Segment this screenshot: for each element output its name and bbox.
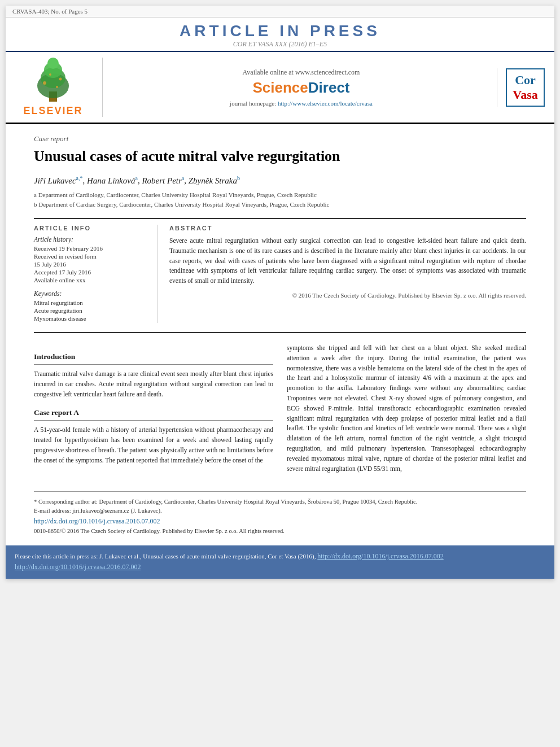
affiliations: a Department of Cardiology, Cardiocenter… [34, 190, 526, 210]
footnotes: * Corresponding author at: Department of… [34, 491, 526, 540]
keyword-2: Acute regurgitation [34, 307, 148, 314]
svg-point-6 [59, 78, 62, 81]
citation-text: Please cite this article in press as: J.… [15, 553, 316, 560]
footnote-issn: 0010-8650/© 2016 The Czech Society of Ca… [34, 527, 526, 536]
accepted-date: Accepted 17 July 2016 [34, 269, 148, 276]
received-revised-label: Received in revised form [34, 253, 148, 260]
authors: Jiří Lukaveca,*, Hana Línkováa, Robert P… [34, 175, 526, 186]
page: CRVASA-403; No. of Pages 5 ARTICLE IN PR… [6, 6, 554, 579]
body-left: Introduction Traumatic mitral valve dama… [34, 343, 273, 480]
svg-point-5 [43, 81, 46, 85]
footnote-email: E-mail address: jiri.lukavec@seznam.cz (… [34, 506, 526, 516]
available-online: Available online xxx [34, 277, 148, 283]
history-label: Article history: [34, 236, 148, 243]
abstract-section: ABSTRACT Severe acute mitral regurgitati… [169, 225, 526, 323]
article-info-head: ARTICLE INFO [34, 225, 148, 231]
case-report-a-title: Case report A [34, 407, 273, 421]
cor-et-vasa-ref: COR ET VASA XXX (2016) E1–E5 [6, 40, 554, 49]
divider-thick [34, 218, 526, 219]
article-title: Unusual cases of acute mitral valve regu… [34, 147, 526, 166]
introduction-title: Introduction [34, 351, 273, 365]
aip-title: ARTICLE IN PRESS [6, 22, 554, 40]
body-right-text: symptoms she tripped and fell with her c… [287, 343, 526, 474]
elsevier-logo-area: ELSEVIER [12, 58, 103, 117]
body-right: symptoms she tripped and fell with her c… [287, 343, 526, 480]
journal-homepage: journal homepage: http://www.elsevier.co… [111, 100, 491, 107]
journal-header: ELSEVIER Available online at www.science… [6, 52, 554, 124]
keyword-3: Myxomatous disease [34, 315, 148, 322]
elsevier-logo-text: ELSEVIER [23, 105, 82, 117]
elsevier-tree-icon [28, 58, 78, 103]
abstract-copyright: © 2016 The Czech Society of Cardiology. … [169, 292, 526, 299]
footnote-corresponding: * Corresponding author at: Department of… [34, 497, 526, 507]
available-online-text: Available online at www.sciencedirect.co… [111, 68, 491, 77]
affiliation-1: a Department of Cardiology, Cardiocenter… [34, 190, 526, 200]
citation-doi-link[interactable]: http://dx.doi.org/10.1016/j.crvasa.2016.… [317, 552, 443, 560]
received-revised-date: 15 July 2016 [34, 261, 148, 268]
corvasa-box: Cor Vasa [506, 68, 544, 107]
introduction-text: Traumatic mitral valve damage is a rare … [34, 369, 273, 399]
keyword-1: Mitral regurgitation [34, 299, 148, 306]
svg-point-7 [49, 73, 51, 76]
divider-thick-2 [34, 332, 526, 333]
journal-center: Available online at www.sciencedirect.co… [111, 68, 491, 107]
corvasa-logo: Cor Vasa [497, 68, 548, 107]
top-banner: CRVASA-403; No. of Pages 5 [6, 6, 554, 18]
abstract-head: ABSTRACT [169, 225, 526, 231]
doi-link[interactable]: http://dx.doi.org/10.1016/j.crvasa.2016.… [34, 517, 160, 525]
article-in-press-bar: ARTICLE IN PRESS COR ET VASA XXX (2016) … [6, 18, 554, 52]
article-info: ARTICLE INFO Article history: Received 1… [34, 225, 158, 323]
body-columns: Introduction Traumatic mitral valve dama… [34, 343, 526, 480]
svg-point-8 [56, 86, 58, 88]
sciencedirect-logo: ScienceDirect [111, 79, 491, 97]
citation-bar: Please cite this article in press as: J.… [6, 545, 554, 578]
abstract-text: Severe acute mitral regurgitation withou… [169, 236, 526, 286]
journal-homepage-link[interactable]: http://www.elsevier.com/locate/crvasa [278, 100, 373, 107]
keywords-label: Keywords: [34, 290, 148, 297]
info-abstract: ARTICLE INFO Article history: Received 1… [34, 225, 526, 323]
affiliation-2: b Department of Cardiac Surgery, Cardioc… [34, 200, 526, 210]
article-type-label: Case report [34, 134, 526, 143]
citation-doi-link-2[interactable]: http://dx.doi.org/10.1016/j.crvasa.2016.… [15, 563, 141, 571]
manuscript-id: CRVASA-403; No. of Pages 5 [12, 8, 88, 15]
received-date: Received 19 February 2016 [34, 245, 148, 252]
footnote-doi: http://dx.doi.org/10.1016/j.crvasa.2016.… [34, 516, 526, 527]
article-content: Case report Unusual cases of acute mitra… [6, 134, 554, 540]
case-report-a-text: A 51-year-old female with a history of a… [34, 425, 273, 465]
svg-point-4 [47, 58, 59, 69]
